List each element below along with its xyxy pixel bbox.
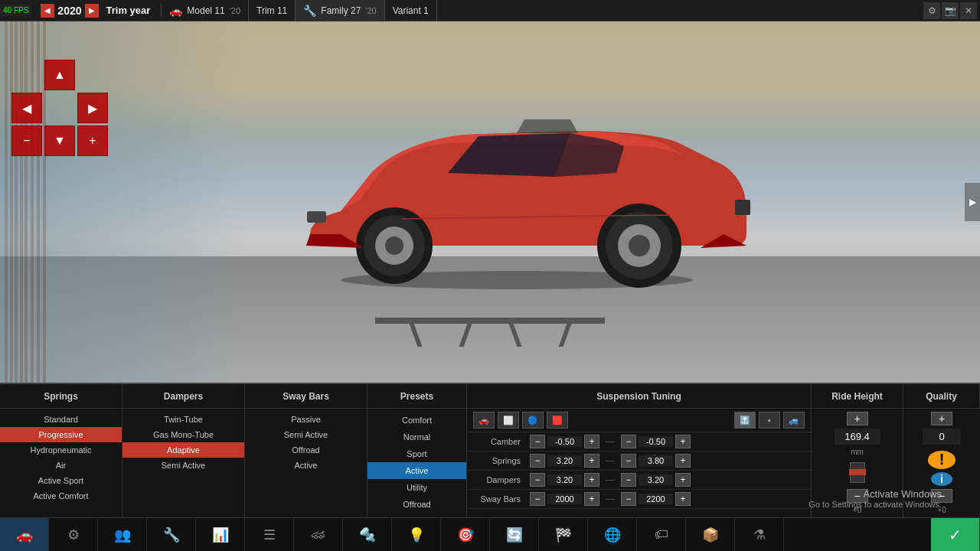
spring-air[interactable]: Air [0, 458, 122, 473]
camber-right-plus[interactable]: + [675, 435, 691, 448]
toolbar-race[interactable]: 🏎 [294, 518, 343, 552]
camber-left-plus[interactable]: + [584, 435, 599, 448]
quality-plus-btn[interactable]: + [931, 412, 952, 425]
screenshot-btn[interactable]: 📷 [942, 2, 959, 19]
swaybars-right-plus[interactable]: + [675, 492, 691, 506]
toolbar-packages[interactable]: 📦 [686, 518, 735, 552]
camber-left-minus[interactable]: − [530, 435, 545, 448]
swaybar-passive[interactable]: Passive [245, 412, 367, 427]
susp-icon-front[interactable]: 🔝 [734, 412, 756, 429]
settings-toolbar-icon: ⚙ [67, 527, 80, 543]
toolbar-car[interactable]: 🚗 [0, 518, 49, 552]
preset-normal[interactable]: Normal [368, 429, 466, 445]
swaybar-offroad[interactable]: Offroad [245, 442, 367, 458]
preset-sport[interactable]: Sport [368, 445, 466, 462]
preset-offroad[interactable]: Offroad [368, 496, 466, 513]
rideheight-header: Ride Height [812, 384, 903, 408]
springs-left-plus[interactable]: + [584, 454, 599, 468]
swaybar-semiactive[interactable]: Semi Active [245, 427, 367, 442]
rideheight-minus-btn[interactable]: − [847, 489, 868, 503]
list-toolbar-icon: ☰ [263, 527, 276, 543]
toolbar-team[interactable]: 👥 [98, 518, 147, 552]
preset-comfort[interactable]: Comfort [368, 412, 466, 429]
damper-adaptive[interactable]: Adaptive [122, 442, 244, 458]
camber-label: Camber [473, 437, 527, 446]
rideheight-plus-btn[interactable]: + [847, 412, 868, 425]
cam-down-btn[interactable]: ▼ [44, 126, 75, 156]
info-icon[interactable]: i [931, 472, 952, 486]
swaybars-left-minus[interactable]: − [530, 492, 545, 506]
toolbar-global[interactable]: 🌐 [588, 518, 637, 552]
preset-active[interactable]: Active [368, 462, 466, 479]
dampers-left-minus[interactable]: − [530, 473, 545, 487]
susp-icon-2[interactable]: ⬜ [498, 412, 519, 429]
susp-icon-4[interactable]: 🟥 [547, 412, 568, 429]
toolbar-more1[interactable]: ⚗ [735, 518, 784, 552]
rideheight-slider[interactable] [850, 462, 865, 483]
toolbar-cycle[interactable]: 🔄 [490, 518, 539, 552]
settings-btn[interactable]: ⚙ [923, 2, 940, 19]
nav-variant[interactable]: Variant 1 [385, 0, 437, 21]
susp-row-camber: Camber − -0.50 + — − -0.50 + [467, 432, 811, 452]
spring-progressive[interactable]: Progressive [0, 427, 122, 442]
toolbar-ideas[interactable]: 💡 [392, 518, 441, 552]
springs-left-minus[interactable]: − [530, 454, 545, 468]
quality-delta: +0 [937, 506, 946, 514]
spring-active-sport[interactable]: Active Sport [0, 473, 122, 488]
svg-rect-9 [307, 211, 326, 223]
camber-right-minus[interactable]: − [621, 435, 636, 448]
dampers-left-plus[interactable]: + [584, 473, 599, 487]
cam-up-btn[interactable]: ▲ [44, 60, 75, 90]
cam-right-btn[interactable]: ▶ [77, 93, 108, 123]
toolbar-settings[interactable]: ⚙ [49, 518, 98, 552]
cam-empty-center [44, 93, 75, 123]
susp-icon-1[interactable]: 🚗 [473, 412, 495, 429]
susp-icon-5[interactable]: ▪ [759, 412, 780, 429]
toolbar-parts[interactable]: 🔩 [343, 518, 392, 552]
damper-semiactive[interactable]: Semi Active [122, 458, 244, 473]
close-btn[interactable]: ✕ [960, 2, 977, 19]
spring-standard[interactable]: Standard [0, 412, 122, 427]
spring-active-comfort[interactable]: Active Comfort [0, 488, 122, 504]
nav-model[interactable]: 🚗 Model 11 '20 [162, 0, 249, 21]
nav-trim[interactable]: Trim 11 [249, 0, 296, 21]
prev-year-btn[interactable]: ◀ [41, 4, 54, 18]
nav-family[interactable]: 🔧 Family 27 '20 [296, 0, 384, 21]
toolbar-tuning[interactable]: 🔧 [147, 518, 196, 552]
toolbar-confirm[interactable]: ✓ [931, 518, 980, 552]
more1-toolbar-icon: ⚗ [753, 527, 766, 543]
cam-zoom-in-btn[interactable]: + [77, 126, 108, 156]
swaybars-right-minus[interactable]: − [621, 492, 636, 506]
springs-right-plus[interactable]: + [675, 454, 691, 468]
trim-year-label: Trim year [102, 5, 155, 16]
rideheight-delta: +0 [853, 506, 861, 514]
damper-twintube[interactable]: Twin-Tube [122, 412, 244, 427]
viewport: ▲ ◀ ▶ − ▼ + ▶ [0, 21, 980, 383]
dampers-right-plus[interactable]: + [675, 473, 691, 487]
damper-gasmonotube[interactable]: Gas Mono-Tube [122, 427, 244, 442]
camera-controls: ▲ ◀ ▶ − ▼ + [11, 60, 108, 156]
toolbar-tags[interactable]: 🏷 [637, 518, 686, 552]
swaybars-left-side: − 2000 + [530, 492, 599, 506]
susp-icon-3[interactable]: 🔵 [522, 412, 544, 429]
svg-point-4 [385, 236, 403, 255]
toolbar-stats[interactable]: 📊 [196, 518, 245, 552]
dampers-right-minus[interactable]: − [621, 473, 636, 487]
dampers-label: Dampers [473, 475, 527, 484]
right-edge-arrow[interactable]: ▶ [965, 183, 980, 221]
susp-icon-rear[interactable]: 🚙 [783, 412, 805, 429]
cam-zoom-out-btn[interactable]: − [11, 126, 42, 156]
toolbar-flags[interactable]: 🏁 [539, 518, 588, 552]
rideheight-slider-thumb [849, 469, 866, 475]
next-year-btn[interactable]: ▶ [85, 4, 99, 18]
swaybar-active[interactable]: Active [245, 458, 367, 473]
cam-empty-tr [77, 60, 108, 90]
preset-utility[interactable]: Utility [368, 479, 466, 496]
quality-minus-btn[interactable]: − [931, 489, 952, 503]
toolbar-targets[interactable]: 🎯 [441, 518, 490, 552]
swaybars-left-plus[interactable]: + [584, 492, 599, 506]
springs-right-minus[interactable]: − [621, 454, 636, 468]
spring-hydropneumatic[interactable]: Hydropneumatic [0, 442, 122, 458]
cam-left-btn[interactable]: ◀ [11, 93, 42, 123]
toolbar-list[interactable]: ☰ [245, 518, 294, 552]
